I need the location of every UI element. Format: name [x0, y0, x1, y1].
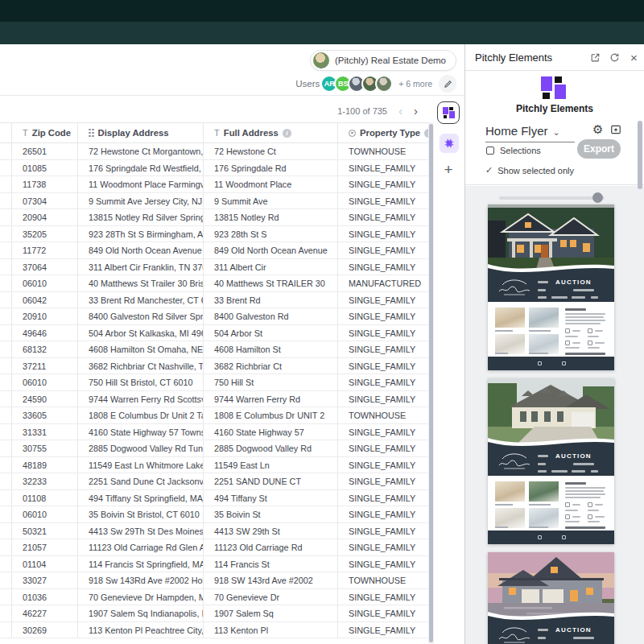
cell[interactable]: SINGLE_FAMILY [338, 176, 429, 192]
cell[interactable]: SINGLE_FAMILY [338, 292, 429, 308]
cell[interactable]: SINGLE_FAMILY [338, 308, 429, 324]
cell[interactable]: 06010 [12, 275, 78, 291]
cell[interactable]: 8400 Galveston Rd [204, 308, 338, 324]
export-upload-icon[interactable] [610, 124, 621, 135]
cell[interactable]: SINGLE_FAMILY [338, 622, 429, 638]
table-row[interactable]: 2105711123 Old Carriage Rd Glen Arm, MD…… [0, 539, 429, 556]
cell[interactable]: 20904 [12, 209, 78, 225]
cell[interactable]: 01104 [12, 556, 78, 572]
cell[interactable]: 35 Boivin St Bristol, CT 6010 [78, 506, 204, 522]
cell[interactable]: 3682 Richbriar Ct [204, 358, 338, 374]
flyer-card-sunset[interactable]: AUCTION [488, 552, 614, 644]
column-header-zip-code[interactable]: T Zip Code [12, 123, 78, 142]
cell[interactable]: TOWNHOUSE [338, 143, 429, 159]
cell[interactable]: 11772 [12, 242, 78, 258]
cell[interactable]: 923 28th St S [204, 226, 338, 242]
cell[interactable]: 48189 [12, 457, 78, 473]
cell[interactable]: 68132 [12, 341, 78, 357]
cell[interactable]: 176 Springdale Rd Westfield, MA 1085 [78, 160, 204, 176]
cell[interactable]: 849 Old North Ocean Avenue [204, 242, 338, 258]
next-page-button[interactable]: › [414, 105, 418, 117]
table-row[interactable]: 336051808 E Columbus Dr Unit 2 Tampa, F…… [0, 407, 429, 424]
cell[interactable]: 32233 [12, 473, 78, 489]
cell[interactable]: 37211 [12, 358, 78, 374]
info-icon[interactable]: i [283, 129, 291, 138]
cell[interactable]: 176 Springdale Rd [204, 160, 338, 176]
table-row[interactable]: 073049 Summit Ave Jersey City, NJ 73049 … [0, 193, 429, 210]
zoom-slider-handle[interactable] [592, 192, 603, 203]
pitchly-elements-toolbar-button[interactable] [437, 101, 460, 124]
cell[interactable]: 11 Woodmont Place [204, 176, 338, 192]
cell[interactable]: 4413 Sw 29Th St Des Moines, IA 503… [78, 523, 204, 539]
template-selector[interactable]: Home Flyer⌄ [485, 124, 575, 142]
cell[interactable]: 06042 [12, 292, 78, 308]
cell[interactable]: 30269 [12, 622, 78, 638]
cell[interactable]: 9 Summit Ave Jersey City, NJ 7304 [78, 193, 204, 209]
cell[interactable]: 494 Tiffany St [204, 490, 338, 506]
cell[interactable]: 35205 [12, 226, 78, 242]
table-row[interactable]: 2090413815 Notley Rd Silver Spring, MD 2… [0, 209, 429, 226]
cell[interactable]: 72 Hewstone Ct [204, 143, 338, 159]
cell[interactable]: SINGLE_FAMILY [338, 589, 429, 605]
cell[interactable]: 33 Brent Rd [204, 292, 338, 308]
table-row[interactable]: 2650172 Hewstone Ct Morgantown, WV 2…72 … [0, 143, 429, 160]
table-row[interactable]: 06010750 Hill St Bristol, CT 6010750 Hil… [0, 374, 429, 391]
cell[interactable]: 4413 SW 29th St [204, 523, 338, 539]
cell[interactable]: 01036 [12, 589, 78, 605]
cell[interactable]: 37064 [12, 259, 78, 275]
table-row[interactable]: 11772849 Old North Ocean Avenue Patch…84… [0, 242, 429, 259]
table-row[interactable]: 37064311 Albert Cir Franklin, TN 3706431… [0, 259, 429, 276]
table-row[interactable]: 322332251 Sand Dune Ct Jacksonville, FL … [0, 473, 429, 490]
cell[interactable]: SINGLE_FAMILY [338, 209, 429, 225]
table-row[interactable]: 01104114 Francis St Springfield, MA 1104… [0, 556, 429, 573]
cell[interactable]: SINGLE_FAMILY [338, 193, 429, 209]
cell[interactable]: 11 Woodmont Place Farmingville, NY… [78, 176, 204, 192]
cell[interactable]: 07304 [12, 193, 78, 209]
cell[interactable]: 21057 [12, 539, 78, 555]
cell[interactable]: 2885 Dogwood Valley Rd Tunnel Hill… [78, 440, 204, 456]
cell[interactable]: 11123 Old Carriage Rd Glen Arm, MD… [78, 539, 204, 555]
cell[interactable]: 114 Francis St Springfield, MA 1104 [78, 556, 204, 572]
column-header-full-address[interactable]: T Full Address i [204, 123, 338, 142]
user-avatar[interactable] [375, 75, 393, 93]
cell[interactable]: SINGLE_FAMILY [338, 424, 429, 440]
cell[interactable]: 30755 [12, 440, 78, 456]
cell[interactable]: TOWNHOUSE [338, 407, 429, 423]
cell[interactable]: 50321 [12, 523, 78, 539]
cell[interactable]: 1907 Salem Sq [204, 605, 338, 621]
cell[interactable]: 9744 Warren Ferry Rd Scottsville, VA… [78, 391, 204, 407]
cell[interactable]: SINGLE_FAMILY [338, 374, 429, 390]
cell[interactable]: 4608 Hamilton St [204, 341, 338, 357]
cell[interactable]: 13815 Notley Rd Silver Spring, MD 2… [78, 209, 204, 225]
table-row[interactable]: 209108400 Galveston Rd Silver Spring, M…… [0, 308, 429, 325]
cell[interactable]: 24590 [12, 391, 78, 407]
cell[interactable]: 918 SW 143rd Ave #2002 [204, 572, 338, 588]
cell[interactable]: SINGLE_FAMILY [338, 506, 429, 522]
settings-gear-icon[interactable]: ⚙ [592, 122, 603, 137]
cell[interactable]: 1808 E Columbus Dr Unit 2 Tampa, F… [78, 407, 204, 423]
add-element-button[interactable]: + [440, 162, 456, 178]
cell[interactable]: 114 Francis St [204, 556, 338, 572]
export-button[interactable]: Export [577, 139, 621, 159]
table-row[interactable]: 313314160 State Highway 57 Townsend, G…4… [0, 424, 429, 441]
flyer-card-dusk[interactable]: AUCTION [488, 204, 614, 370]
selections-option[interactable]: Selections [486, 146, 541, 155]
cell[interactable]: SINGLE_FAMILY [338, 242, 429, 258]
cell[interactable]: 9 Summit Ave [204, 193, 338, 209]
cell[interactable]: 72 Hewstone Ct Morgantown, WV 2… [78, 143, 204, 159]
cell[interactable]: 918 Sw 143Rd Ave #2002 Hollywoo… [78, 572, 204, 588]
cell[interactable]: 35 Boivin St [204, 506, 338, 522]
table-row[interactable]: 33027918 Sw 143Rd Ave #2002 Hollywoo…918… [0, 572, 429, 589]
refresh-icon[interactable] [609, 52, 621, 64]
table-row[interactable]: 01108494 Tiffany St Springfield, MA 1108… [0, 490, 429, 507]
more-users-label[interactable]: + 6 more [398, 79, 432, 89]
cell[interactable]: 1907 Salem Sq Indianapolis, IN 46227 [78, 605, 204, 621]
cell[interactable]: 31331 [12, 424, 78, 440]
cell[interactable]: 01108 [12, 490, 78, 506]
cell[interactable]: 33605 [12, 407, 78, 423]
table-row[interactable]: 01085176 Springdale Rd Westfield, MA 108… [0, 160, 429, 177]
cell[interactable]: SINGLE_FAMILY [338, 490, 429, 506]
table-row[interactable]: 1173811 Woodmont Place Farmingville, NY…… [0, 176, 429, 193]
cell[interactable]: 3682 Richbriar Ct Nashville, TN 37211 [78, 358, 204, 374]
cell[interactable]: 4608 Hamilton St Omaha, NE 68132 [78, 341, 204, 357]
